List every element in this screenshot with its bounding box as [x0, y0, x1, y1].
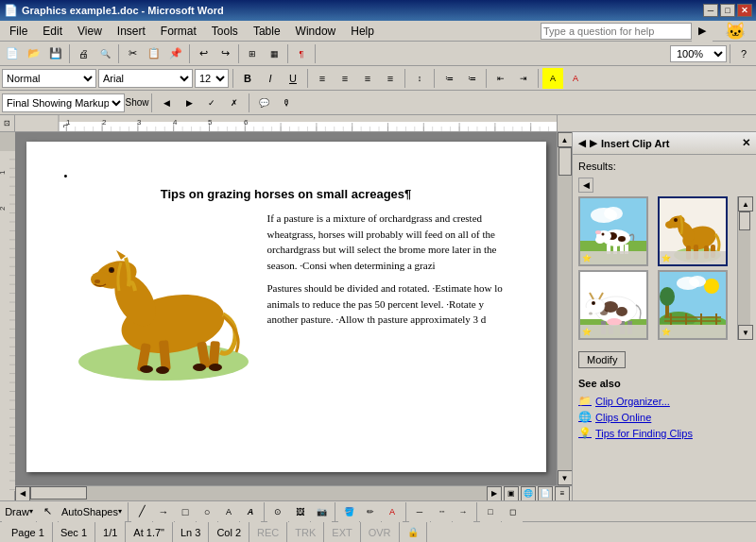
print-view-button[interactable]: 📄 [538, 486, 553, 501]
align-left-button[interactable]: ≡ [312, 68, 333, 89]
bold-button[interactable]: B [237, 68, 258, 89]
tips-for-clips-link[interactable]: 💡 Tips for Finding Clips [578, 425, 750, 441]
doc-scrollbar[interactable]: ▲ ▼ [557, 132, 572, 485]
menu-insert[interactable]: Insert [110, 21, 153, 41]
3d-style[interactable]: ◻ [502, 501, 523, 522]
paste-button[interactable]: 📌 [165, 43, 186, 64]
menu-file[interactable]: File [2, 21, 35, 41]
clip-item-3[interactable]: ⭐ [578, 270, 648, 340]
increase-indent-button[interactable]: ⇥ [513, 68, 534, 89]
cut-button[interactable]: ✂ [122, 43, 143, 64]
forward-button[interactable]: ▶ [590, 138, 597, 148]
menu-tools[interactable]: Tools [204, 21, 246, 41]
clip-scroll-track[interactable] [738, 212, 750, 325]
normal-view-button[interactable]: ▣ [504, 486, 519, 501]
outline-view-button[interactable]: ≡ [555, 486, 570, 501]
font-select[interactable]: Arial [98, 69, 193, 88]
number-list-button[interactable]: ≔ [461, 68, 482, 89]
save-button[interactable]: 💾 [45, 43, 66, 64]
h-scroll-thumb[interactable] [30, 486, 87, 500]
font-color-draw[interactable]: A [382, 501, 403, 522]
select-arrow[interactable]: ↖ [37, 501, 58, 522]
open-button[interactable]: 📂 [24, 43, 44, 64]
clips-online-link[interactable]: 🌐 Clips Online [578, 409, 750, 425]
menu-format[interactable]: Format [153, 21, 204, 41]
close-button[interactable]: ✕ [737, 4, 752, 17]
h-scrollbar[interactable]: ◀ ▶ ▣ 🌐 📄 ≡ [15, 485, 572, 500]
undo-button[interactable]: ↩ [193, 43, 214, 64]
clip-scroll-thumb[interactable] [739, 212, 750, 230]
clip-panel-scrollbar[interactable]: ▲ ▼ [737, 196, 750, 340]
insert-voice-button[interactable]: 🎙 [276, 93, 297, 113]
clip-organizer-link[interactable]: 📁 Clip Organizer... [578, 393, 750, 409]
line-spacing-button[interactable]: ↕ [409, 68, 430, 89]
show-markup-button[interactable]: ¶ [291, 43, 312, 64]
print-button[interactable]: 🖨 [73, 43, 94, 64]
decrease-indent-button[interactable]: ⇤ [490, 68, 511, 89]
restore-button[interactable]: □ [720, 4, 735, 17]
clipart-tool[interactable]: 🖼 [289, 501, 310, 522]
insert-picture[interactable]: 📷 [311, 501, 332, 522]
modify-button[interactable]: Modify [578, 351, 626, 368]
print-preview-button[interactable]: 🔍 [94, 43, 115, 64]
scroll-right-button[interactable]: ▶ [487, 486, 502, 501]
bullet-list-button[interactable]: ≔ [438, 68, 459, 89]
rect-tool[interactable]: □ [175, 501, 196, 522]
autoshapes-menu[interactable]: AutoShapes ▾ [59, 501, 125, 522]
clip-item-2[interactable]: ⭐ [658, 196, 728, 266]
results-back-button[interactable]: ◀ [578, 178, 593, 193]
align-right-button[interactable]: ≡ [357, 68, 378, 89]
shadow-style[interactable]: □ [480, 501, 501, 522]
line-tool[interactable]: ╱ [131, 501, 152, 522]
fill-color[interactable]: 🪣 [338, 501, 359, 522]
highlight-button[interactable]: A [542, 68, 563, 89]
menu-help[interactable]: Help [343, 21, 382, 41]
scroll-thumb[interactable] [558, 147, 572, 176]
arrow-tool[interactable]: → [153, 501, 174, 522]
scroll-track[interactable] [558, 147, 572, 470]
menu-view[interactable]: View [70, 21, 110, 41]
line-style[interactable]: ─ [409, 501, 430, 522]
underline-button[interactable]: U [283, 68, 303, 89]
clip-scroll-down[interactable]: ▼ [738, 325, 753, 340]
scroll-down-button[interactable]: ▼ [558, 470, 573, 485]
insert-table-button[interactable]: ⊞ [242, 43, 263, 64]
copy-button[interactable]: 📋 [144, 43, 164, 64]
wordart-tool[interactable]: A [240, 501, 261, 522]
scroll-left-button[interactable]: ◀ [15, 486, 30, 501]
next-change-button[interactable]: ▶ [179, 93, 199, 113]
scroll-up-button[interactable]: ▲ [558, 132, 573, 147]
justify-button[interactable]: ≡ [380, 68, 401, 89]
zoom-select[interactable]: 100% [670, 45, 727, 62]
redo-button[interactable]: ↪ [215, 43, 235, 64]
help-search-button[interactable]: ▶ [692, 21, 713, 42]
arrow-style[interactable]: → [453, 501, 473, 522]
help-search-input[interactable] [541, 23, 692, 40]
textbox-tool[interactable]: A [218, 501, 239, 522]
new-button[interactable]: 📄 [2, 43, 23, 64]
new-comment-button[interactable]: 💬 [253, 93, 274, 113]
insert-columns-button[interactable]: ▦ [264, 43, 284, 64]
size-select[interactable]: 12 [195, 69, 229, 88]
help-button[interactable]: ? [733, 43, 754, 64]
clip-scroll-up[interactable]: ▲ [738, 196, 753, 212]
reject-change-button[interactable]: ✗ [224, 93, 245, 113]
menu-table[interactable]: Table [246, 21, 288, 41]
dash-style[interactable]: ╌ [431, 501, 452, 522]
show-dropdown[interactable]: Show [127, 93, 147, 113]
web-view-button[interactable]: 🌐 [521, 486, 536, 501]
review-mode-select[interactable]: Final Showing Markup [2, 93, 125, 112]
menu-edit[interactable]: Edit [35, 21, 70, 41]
prev-change-button[interactable]: ◀ [156, 93, 177, 113]
line-color[interactable]: ✏ [360, 501, 381, 522]
italic-button[interactable]: I [260, 68, 281, 89]
clip-item-4[interactable]: ⭐ [658, 270, 728, 340]
style-select[interactable]: Normal [2, 69, 96, 88]
diagram-tool[interactable]: ⊙ [267, 501, 288, 522]
menu-window[interactable]: Window [288, 21, 344, 41]
minimize-button[interactable]: ─ [703, 4, 718, 17]
align-center-button[interactable]: ≡ [335, 68, 355, 89]
font-color-button[interactable]: A [565, 68, 586, 89]
oval-tool[interactable]: ○ [197, 501, 217, 522]
accept-change-button[interactable]: ✓ [201, 93, 222, 113]
